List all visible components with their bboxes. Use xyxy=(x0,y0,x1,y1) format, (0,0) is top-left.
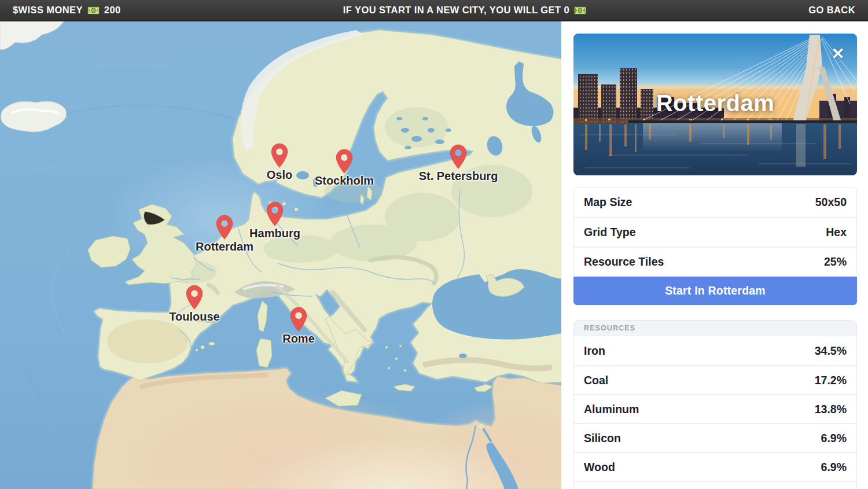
money-display: $WISS MONEY 200 xyxy=(13,5,121,16)
city-name-title: Rotterdam xyxy=(656,90,775,116)
city-label: Oslo xyxy=(267,168,292,182)
resource-name: Coal xyxy=(584,374,608,387)
stat-row: Map Size 50x50 xyxy=(574,187,856,217)
stat-label: Grid Type xyxy=(584,226,636,239)
resource-row xyxy=(574,481,856,489)
resource-value: 34.5% xyxy=(815,344,847,358)
city-label: St. Petersburg xyxy=(419,170,498,183)
resource-value: 6.9% xyxy=(821,461,847,474)
map-stats-card: Map Size 50x50 Grid Type Hex Resource Ti… xyxy=(573,187,857,277)
stat-value: 50x50 xyxy=(815,196,847,209)
stat-value: Hex xyxy=(826,226,847,239)
stat-label: Resource Tiles xyxy=(584,255,664,269)
topbar-message-text: IF YOU START IN A NEW CITY, YOU WILL GET… xyxy=(343,5,569,16)
iberia-meseta xyxy=(107,319,188,363)
money-label: $WISS MONEY xyxy=(13,5,83,16)
resource-row: Iron 34.5% xyxy=(574,336,856,365)
map-pin-icon xyxy=(186,285,203,310)
resource-value: 6.9% xyxy=(821,432,847,445)
resource-value: 13.8% xyxy=(815,403,847,416)
map-pin-icon xyxy=(266,201,284,227)
city-pin[interactable] xyxy=(290,307,307,332)
city-pin[interactable] xyxy=(450,144,467,170)
resource-value: 17.2% xyxy=(815,374,847,387)
resource-row: Coal 17.2% xyxy=(574,365,856,394)
map-pin-icon xyxy=(216,215,233,240)
city-label: Stockholm xyxy=(315,174,374,187)
resources-header: RESOURCES xyxy=(574,321,856,336)
close-icon[interactable]: ✕ xyxy=(829,45,847,62)
top-bar: $WISS MONEY 200 IF YOU START IN A NEW CI… xyxy=(0,0,868,21)
resource-row: Wood 6.9% xyxy=(574,452,856,481)
map-pin-icon xyxy=(271,143,288,168)
europe-map[interactable]: Oslo Stockholm St. Petersburg Hamburg xyxy=(0,21,561,489)
stat-label: Map Size xyxy=(584,196,632,209)
stat-row: Grid Type Hex xyxy=(574,217,856,247)
resource-name: Silicon xyxy=(584,432,621,445)
topbar-message: IF YOU START IN A NEW CITY, YOU WILL GET… xyxy=(121,5,809,16)
city-label: Rotterdam xyxy=(196,240,253,253)
city-pin[interactable] xyxy=(271,143,288,168)
money-bill-icon xyxy=(87,6,100,14)
resource-name: Aluminum xyxy=(584,403,639,416)
city-label: Hamburg xyxy=(249,227,300,240)
europe-terrain-svg xyxy=(0,21,561,489)
city-label: Rome xyxy=(282,332,315,345)
map-pin-icon xyxy=(336,149,353,174)
map-pin-icon xyxy=(450,144,467,170)
go-back-button[interactable]: GO BACK xyxy=(808,5,855,16)
city-pin[interactable] xyxy=(336,149,353,174)
resource-name: Wood xyxy=(584,461,615,474)
stat-value: 25% xyxy=(824,255,847,269)
resource-row: Silicon 6.9% xyxy=(574,423,856,452)
city-photo-card: Rotterdam ✕ xyxy=(573,34,857,175)
resources-card: RESOURCES Iron 34.5% Coal 17.2% Aluminum… xyxy=(573,320,857,489)
map-pin-icon xyxy=(290,307,307,332)
city-pin[interactable] xyxy=(216,215,233,240)
stat-row: Resource Tiles 25% xyxy=(574,247,856,276)
city-panel: Rotterdam ✕ Map Size 50x50 Grid Type Hex… xyxy=(561,21,868,489)
money-value: 200 xyxy=(104,5,121,16)
money-bill-icon xyxy=(574,6,586,14)
resource-name: Iron xyxy=(584,344,605,358)
city-pin[interactable] xyxy=(186,285,203,310)
city-pin[interactable] xyxy=(266,201,284,227)
resource-row: Aluminum 13.8% xyxy=(574,394,856,423)
city-label: Toulouse xyxy=(169,310,219,323)
start-in-city-button[interactable]: Start In Rotterdam xyxy=(573,277,857,305)
